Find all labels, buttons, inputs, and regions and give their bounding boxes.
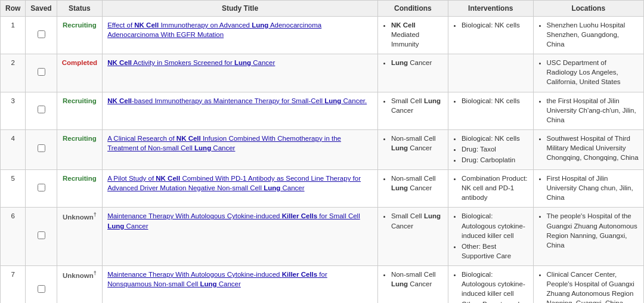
- row-number: 2: [1, 54, 26, 92]
- save-checkbox[interactable]: [38, 285, 45, 293]
- interventions-cell: [448, 54, 533, 92]
- table-row: 6Unknown†Maintenance Therapy With Autolo…: [1, 208, 644, 265]
- locations-cell: The people's Hospital of the Guangxi Zhu…: [533, 208, 643, 265]
- study-title-cell: Maintenance Therapy With Autologous Cyto…: [103, 208, 378, 265]
- intervention-item: Drug: Carboplatin: [462, 155, 528, 165]
- conditions-cell: Non-small Cell Lung Cancer: [377, 170, 448, 208]
- location-item: First Hospital of Jilin University Chang…: [547, 174, 639, 202]
- condition-item: Small Cell Lung Cancer: [391, 96, 443, 115]
- interventions-cell: Biological: NK cells: [448, 17, 533, 54]
- location-item: Southwest Hospital of Third Military Med…: [547, 134, 639, 162]
- status-cell: Recruiting: [57, 17, 102, 54]
- location-item: the First Hospital of Jilin University C…: [547, 96, 639, 125]
- header-locations: Locations: [533, 1, 643, 17]
- study-title-link[interactable]: NK Cell Activity in Smokers Screened for…: [107, 59, 275, 66]
- header-study: Study Title: [103, 1, 378, 17]
- status-cell: Recruiting: [57, 129, 102, 169]
- status-cell: Unknown†: [57, 265, 102, 303]
- conditions-cell: Non-small Cell Lung Cancer: [377, 129, 448, 169]
- conditions-cell: Small Cell Lung Cancer: [377, 208, 448, 265]
- row-number: 1: [1, 17, 26, 54]
- locations-cell: Shenzhen Luohu Hospital Shenzhen, Guangd…: [533, 17, 643, 54]
- status-cell: Completed: [57, 54, 102, 92]
- study-title-link[interactable]: Maintenance Therapy With Autologous Cyto…: [107, 212, 360, 229]
- intervention-item: Biological: Autologous cytokine-induced …: [462, 270, 528, 298]
- condition-item: Non-small Cell Lung Cancer: [391, 134, 443, 153]
- interventions-cell: Biological: Autologous cytokine-induced …: [448, 265, 533, 303]
- table-row: 1RecruitingEffect of NK Cell Immunothera…: [1, 17, 644, 54]
- conditions-cell: Small Cell Lung Cancer: [377, 92, 448, 129]
- intervention-item: Other: Pemetrexed: [462, 299, 528, 303]
- intervention-item: Combination Product: NK cell and PD-1 an…: [462, 174, 528, 202]
- save-checkbox[interactable]: [38, 144, 45, 152]
- conditions-cell: Lung Cancer: [377, 54, 448, 92]
- locations-cell: Clinical Cancer Center, People's Hospita…: [533, 265, 643, 303]
- location-item: USC Department of Radiology Los Angeles,…: [547, 58, 639, 86]
- location-item: The people's Hospital of the Guangxi Zhu…: [547, 211, 639, 249]
- locations-cell: First Hospital of Jilin University Chang…: [533, 170, 643, 208]
- condition-item: Lung Cancer: [391, 58, 443, 67]
- study-title-link[interactable]: A Clinical Research of NK Cell Infusion …: [107, 135, 341, 152]
- status-badge: Completed: [62, 59, 97, 66]
- condition-item: Non-small Cell Lung Cancer: [391, 270, 443, 289]
- study-title-cell: NK Cell Activity in Smokers Screened for…: [103, 54, 378, 92]
- study-title-cell: A Clinical Research of NK Cell Infusion …: [103, 129, 378, 169]
- study-title-cell: A Pilot Study of NK Cell Combined With P…: [103, 170, 378, 208]
- status-badge: Recruiting: [63, 21, 97, 29]
- header-interventions: Interventions: [448, 1, 533, 17]
- saved-cell: [26, 54, 57, 92]
- status-superscript: †: [94, 212, 97, 218]
- conditions-cell: NK Cell Mediated Immunity: [377, 17, 448, 54]
- study-title-link[interactable]: A Pilot Study of NK Cell Combined With P…: [107, 175, 361, 191]
- saved-cell: [26, 170, 57, 208]
- status-badge: Unknown†: [63, 214, 97, 221]
- status-badge: Recruiting: [63, 97, 97, 104]
- save-checkbox[interactable]: [38, 68, 45, 76]
- saved-cell: [26, 17, 57, 54]
- intervention-item: Biological: NK cells: [462, 134, 528, 143]
- table-row: 7Unknown†Maintenance Therapy With Autolo…: [1, 265, 644, 303]
- status-cell: Recruiting: [57, 92, 102, 129]
- header-conditions: Conditions: [377, 1, 448, 17]
- row-number: 5: [1, 170, 26, 208]
- status-superscript: †: [94, 270, 97, 276]
- locations-cell: the First Hospital of Jilin University C…: [533, 92, 643, 129]
- study-title-link[interactable]: NK Cell-based Immunotherapy as Maintenan…: [107, 97, 367, 104]
- study-title-link[interactable]: Effect of NK Cell Immunotherapy on Advan…: [107, 21, 321, 38]
- row-number: 6: [1, 208, 26, 265]
- save-checkbox[interactable]: [38, 106, 45, 113]
- status-cell: Recruiting: [57, 170, 102, 208]
- status-cell: Unknown†: [57, 208, 102, 265]
- save-checkbox[interactable]: [38, 231, 45, 239]
- locations-cell: USC Department of Radiology Los Angeles,…: [533, 54, 643, 92]
- table-row: 3RecruitingNK Cell-based Immunotherapy a…: [1, 92, 644, 129]
- status-badge: Recruiting: [63, 175, 97, 182]
- location-item: Clinical Cancer Center, People's Hospita…: [547, 270, 639, 303]
- intervention-item: Biological: Autologous cytokine-induced …: [462, 211, 528, 240]
- interventions-cell: Combination Product: NK cell and PD-1 an…: [448, 170, 533, 208]
- location-item: Shenzhen Luohu Hospital Shenzhen, Guangd…: [547, 20, 639, 49]
- table-row: 2CompletedNK Cell Activity in Smokers Sc…: [1, 54, 644, 92]
- study-title-link[interactable]: Maintenance Therapy With Autologous Cyto…: [107, 271, 327, 287]
- table-row: 5RecruitingA Pilot Study of NK Cell Comb…: [1, 170, 644, 208]
- saved-cell: [26, 265, 57, 303]
- saved-cell: [26, 92, 57, 129]
- save-checkbox[interactable]: [38, 30, 45, 38]
- study-title-cell: NK Cell-based Immunotherapy as Maintenan…: [103, 92, 378, 129]
- locations-cell: Southwest Hospital of Third Military Med…: [533, 129, 643, 169]
- results-table: Row Saved Status Study Title Conditions …: [0, 0, 644, 303]
- save-checkbox[interactable]: [38, 184, 45, 191]
- status-badge: Recruiting: [63, 135, 97, 142]
- intervention-item: Other: Best Supportive Care: [462, 242, 528, 261]
- row-number: 4: [1, 129, 26, 169]
- intervention-item: Biological: NK cells: [462, 96, 528, 106]
- conditions-cell: Non-small Cell Lung Cancer: [377, 265, 448, 303]
- intervention-item: Drug: Taxol: [462, 144, 528, 154]
- interventions-cell: Biological: NK cells: [448, 92, 533, 129]
- header-row: Row: [1, 1, 26, 17]
- study-title-cell: Effect of NK Cell Immunotherapy on Advan…: [103, 17, 378, 54]
- saved-cell: [26, 129, 57, 169]
- row-number: 3: [1, 92, 26, 129]
- condition-item: NK Cell Mediated Immunity: [391, 20, 443, 49]
- condition-item: Non-small Cell Lung Cancer: [391, 174, 443, 193]
